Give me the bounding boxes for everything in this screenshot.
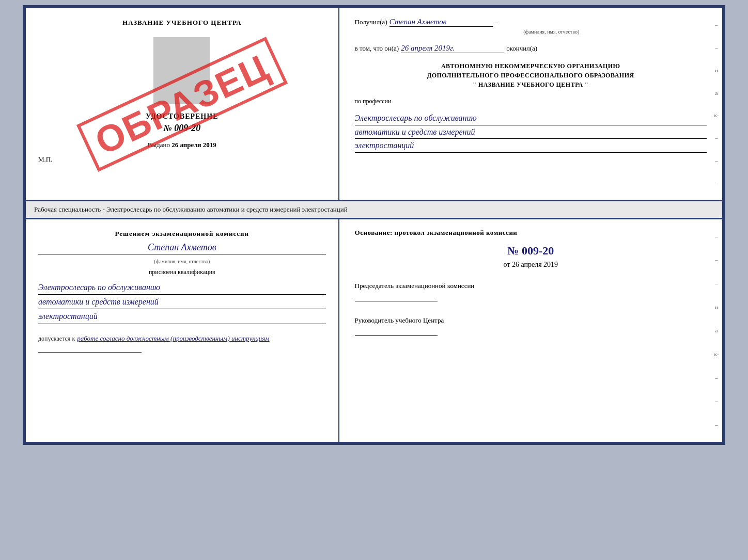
bottom-right-panel: Основание: протокол экзаменационной коми… <box>339 219 722 442</box>
basis-label: Основание: протокол экзаменационной коми… <box>355 229 707 237</box>
dash1: – <box>495 18 498 26</box>
photo-placeholder <box>153 37 210 104</box>
cert-right-panel: Получил(а) Степан Ахметов – (фамилия, им… <box>339 8 722 200</box>
commission-head-label: Председатель экзаменационной комиссии <box>355 281 707 291</box>
separator-text: Рабочая специальность - Электрослесарь п… <box>34 205 348 213</box>
bottom-left-panel: Решением экзаменационной комиссии Степан… <box>26 219 339 442</box>
in-that-date: 26 апреля 2019г. <box>401 44 504 53</box>
top-certificate: НАЗВАНИЕ УЧЕБНОГО ЦЕНТРА УДОСТОВЕРЕНИЕ №… <box>23 5 725 201</box>
commission-sig-line <box>355 301 438 301</box>
decision-header: Решением экзаменационной комиссии <box>38 230 326 238</box>
bottom-person-name: Степан Ахметов <box>38 242 326 254</box>
in-that-row: в том, что он(а) 26 апреля 2019г. окончи… <box>355 44 707 53</box>
profession-block: Электрослесарь по обслуживанию автоматик… <box>355 111 707 153</box>
finished-label: окончил(а) <box>506 44 537 53</box>
issued-label: Выдано <box>148 141 170 149</box>
recipient-name: Степан Ахметов <box>389 18 493 27</box>
date-prefix: от <box>503 261 510 268</box>
received-label: Получил(а) <box>355 18 387 26</box>
center-sig-line <box>355 335 438 336</box>
protocol-number: № 009-20 <box>355 244 707 258</box>
profession-line3: электростанций <box>355 139 707 153</box>
protocol-date: 26 апреля 2019 <box>512 261 558 268</box>
bottom-sig-line <box>38 352 142 353</box>
admits-label: допускается к <box>38 335 75 342</box>
bottom-certificate: Решением экзаменационной комиссии Степан… <box>23 218 725 445</box>
cert-number: № 009-20 <box>163 123 200 134</box>
qualification-label: присвоена квалификация <box>38 268 326 276</box>
recipient-row: Получил(а) Степан Ахметов – <box>355 18 707 27</box>
right-margin-top: – – и а к- – – – <box>711 8 722 200</box>
bottom-name-subtext: (фамилия, имя, отчество) <box>38 259 326 264</box>
org-line1: АВТОНОМНУЮ НЕКОММЕРЧЕСКУЮ ОРГАНИЗАЦИЮ <box>355 61 707 71</box>
right-margin-bottom: – – – и а к- – – – <box>711 219 722 442</box>
document-container: НАЗВАНИЕ УЧЕБНОГО ЦЕНТРА УДОСТОВЕРЕНИЕ №… <box>5 5 743 445</box>
admits-value: работе согласно должностным (производств… <box>77 334 269 342</box>
top-school-name: НАЗВАНИЕ УЧЕБНОГО ЦЕНТРА <box>122 19 242 27</box>
separator-line: Рабочая специальность - Электрослесарь п… <box>23 201 725 218</box>
qual-line2: автоматики и средств измерений <box>38 295 326 309</box>
admits-row: допускается к работе согласно должностны… <box>38 333 326 343</box>
qual-line1: Электрослесарь по обслуживанию <box>38 280 326 295</box>
center-head-label: Руководитель учебного Центра <box>355 316 707 325</box>
org-line3: " НАЗВАНИЕ УЧЕБНОГО ЦЕНТРА " <box>355 80 707 89</box>
mp-label: М.П. <box>38 155 52 164</box>
cert-left-panel: НАЗВАНИЕ УЧЕБНОГО ЦЕНТРА УДОСТОВЕРЕНИЕ №… <box>26 8 339 200</box>
name-subtext-top: (фамилия, имя, отчество) <box>396 29 707 35</box>
profession-line2: автоматики и средств измерений <box>355 125 707 139</box>
qualification-block: Электрослесарь по обслуживанию автоматик… <box>38 280 326 324</box>
org-block: АВТОНОМНУЮ НЕКОММЕРЧЕСКУЮ ОРГАНИЗАЦИЮ ДО… <box>355 61 707 89</box>
protocol-date-row: от 26 апреля 2019 <box>355 261 707 269</box>
issued-date: 26 апреля 2019 <box>172 141 216 149</box>
org-line2: ДОПОЛНИТЕЛЬНОГО ПРОФЕССИОНАЛЬНОГО ОБРАЗО… <box>355 71 707 80</box>
cert-title: УДОСТОВЕРЕНИЕ <box>146 113 218 121</box>
issued-line: Выдано 26 апреля 2019 <box>148 141 216 149</box>
qual-line3: электростанций <box>38 309 326 324</box>
in-that-label: в том, что он(а) <box>355 44 399 53</box>
profession-label: по профессии <box>355 98 707 105</box>
profession-line1: Электрослесарь по обслуживанию <box>355 111 707 125</box>
